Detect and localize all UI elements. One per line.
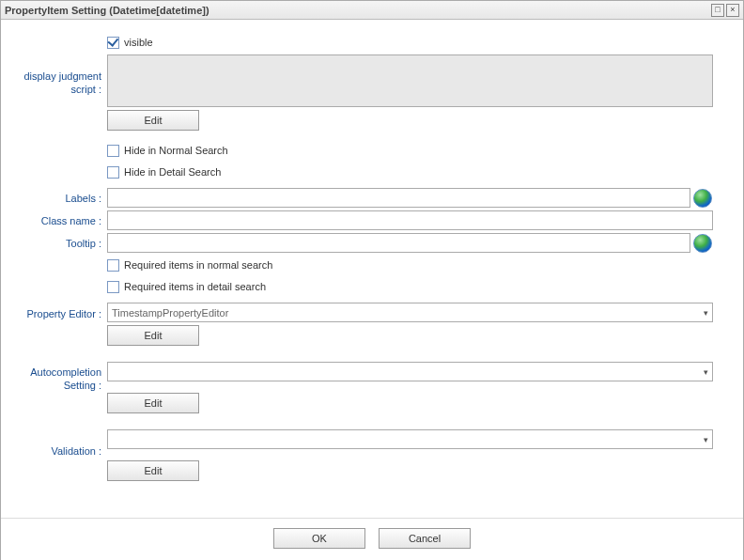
class-name-input[interactable] xyxy=(107,210,713,230)
close-icon: × xyxy=(730,6,735,14)
hide-normal-search-label: Hide in Normal Search xyxy=(124,145,228,156)
visible-checkbox[interactable] xyxy=(107,37,119,49)
property-item-dialog: PropertyItem Setting (Datetime[datetime]… xyxy=(0,0,744,560)
property-editor-value: TimestampPropertyEditor xyxy=(112,307,228,319)
hide-normal-search-checkbox[interactable] xyxy=(107,145,119,157)
validation-label: Validation : xyxy=(18,429,107,458)
titlebar: PropertyItem Setting (Datetime[datetime]… xyxy=(1,1,743,20)
required-normal-label: Required items in normal search xyxy=(124,259,272,271)
autocompletion-select[interactable]: ▾ xyxy=(107,362,713,381)
validation-edit-button[interactable]: Edit xyxy=(107,460,199,481)
property-editor-label: Property Editor : xyxy=(18,303,107,320)
ok-button[interactable]: OK xyxy=(273,528,365,549)
visible-label: visible xyxy=(124,37,153,48)
property-editor-select[interactable]: TimestampPropertyEditor ▾ xyxy=(107,303,713,322)
required-detail-checkbox[interactable] xyxy=(107,281,119,293)
dialog-footer: OK Cancel xyxy=(1,519,743,560)
dialog-body: . visible display judgment script : . Ed… xyxy=(1,20,743,512)
globe-icon[interactable] xyxy=(693,234,712,253)
globe-icon[interactable] xyxy=(693,189,712,208)
autocompletion-edit-button[interactable]: Edit xyxy=(107,393,199,413)
chevron-down-icon: ▾ xyxy=(704,308,708,318)
validation-select[interactable]: ▾ xyxy=(107,429,713,449)
class-name-label: Class name : xyxy=(18,210,107,227)
chevron-down-icon: ▾ xyxy=(704,435,708,444)
display-judgment-script-edit-button[interactable]: Edit xyxy=(107,110,199,131)
labels-label: Labels : xyxy=(18,188,107,205)
hide-detail-search-checkbox[interactable] xyxy=(107,166,119,179)
display-judgment-script-label: display judgment script : xyxy=(18,66,107,97)
tooltip-input[interactable] xyxy=(107,233,690,253)
close-button[interactable]: × xyxy=(726,4,739,17)
display-judgment-script-textarea[interactable] xyxy=(107,54,713,107)
blank-label: . xyxy=(18,33,107,50)
labels-input[interactable] xyxy=(107,188,690,208)
property-editor-edit-button[interactable]: Edit xyxy=(107,325,199,346)
required-normal-checkbox[interactable] xyxy=(107,259,119,272)
autocompletion-label: Autocompletion Setting : xyxy=(18,362,107,393)
tooltip-label: Tooltip : xyxy=(18,233,107,250)
maximize-button[interactable]: □ xyxy=(711,4,724,17)
chevron-down-icon: ▾ xyxy=(704,367,708,377)
cancel-button[interactable]: Cancel xyxy=(379,528,471,549)
dialog-title: PropertyItem Setting (Datetime[datetime]… xyxy=(5,5,709,16)
maximize-icon: □ xyxy=(715,6,720,14)
hide-detail-search-label: Hide in Detail Search xyxy=(124,166,221,178)
required-detail-label: Required items in detail search xyxy=(124,281,266,292)
